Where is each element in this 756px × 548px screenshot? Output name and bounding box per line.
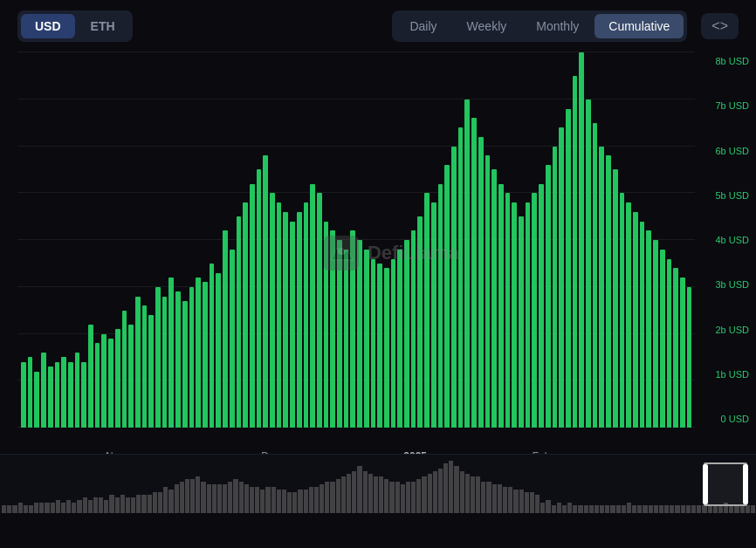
chart-bar[interactable] (101, 334, 107, 428)
chart-bar[interactable] (182, 301, 188, 428)
chart-bar[interactable] (438, 184, 443, 428)
range-handle-right[interactable] (743, 464, 748, 504)
chart-bar[interactable] (559, 127, 564, 428)
chart-bar[interactable] (673, 268, 678, 428)
chart-bar[interactable] (108, 339, 113, 428)
chart-bar[interactable] (297, 212, 302, 428)
chart-bar[interactable] (263, 155, 268, 428)
chart-bar[interactable] (277, 202, 282, 428)
chart-bar[interactable] (498, 184, 504, 428)
expand-button[interactable]: <> (701, 13, 739, 39)
chart-bar[interactable] (384, 268, 389, 428)
chart-bar[interactable] (451, 147, 457, 428)
chart-bar[interactable] (573, 76, 578, 428)
chart-bar[interactable] (61, 357, 66, 428)
chart-bar[interactable] (324, 222, 329, 428)
chart-bar[interactable] (613, 169, 618, 428)
chart-bar[interactable] (122, 311, 127, 428)
chart-bar[interactable] (350, 230, 355, 428)
chart-bar[interactable] (667, 259, 672, 428)
chart-bar[interactable] (526, 202, 531, 428)
chart-bar[interactable] (304, 202, 309, 428)
chart-bar[interactable] (586, 99, 591, 428)
chart-bar[interactable] (646, 230, 651, 428)
chart-bar[interactable] (81, 362, 86, 428)
range-selector[interactable] (704, 462, 747, 506)
chart-bar[interactable] (377, 264, 382, 428)
chart-bar[interactable] (95, 343, 100, 428)
range-handle-left[interactable] (703, 464, 708, 504)
chart-bar[interactable] (566, 109, 571, 428)
chart-bar[interactable] (546, 165, 551, 428)
chart-bar[interactable] (364, 250, 369, 428)
chart-bar[interactable] (337, 240, 342, 428)
chart-bar[interactable] (687, 287, 692, 428)
chart-bar[interactable] (391, 259, 396, 428)
chart-bar[interactable] (633, 212, 638, 428)
chart-bar[interactable] (424, 193, 430, 428)
chart-bar[interactable] (270, 193, 275, 428)
monthly-button[interactable]: Monthly (522, 14, 593, 38)
chart-bar[interactable] (593, 123, 598, 428)
chart-bar[interactable] (68, 362, 73, 428)
chart-bar[interactable] (189, 287, 195, 428)
chart-bar[interactable] (444, 165, 450, 428)
chart-bar[interactable] (28, 357, 33, 428)
chart-bar[interactable] (317, 193, 322, 428)
chart-bar[interactable] (640, 222, 645, 428)
chart-bar[interactable] (230, 250, 235, 428)
chart-bar[interactable] (237, 216, 242, 428)
chart-bar[interactable] (431, 202, 436, 428)
chart-bar[interactable] (283, 212, 288, 428)
chart-bar[interactable] (458, 127, 464, 428)
chart-bar[interactable] (491, 169, 497, 428)
chart-bar[interactable] (290, 222, 295, 428)
chart-bar[interactable] (626, 202, 631, 428)
chart-bar[interactable] (680, 277, 685, 428)
chart-bar[interactable] (203, 282, 208, 428)
chart-bar[interactable] (660, 250, 665, 428)
chart-bar[interactable] (48, 366, 53, 428)
eth-button[interactable]: ETH (77, 14, 129, 38)
chart-bar[interactable] (21, 362, 26, 428)
chart-bar[interactable] (257, 169, 262, 428)
chart-bar[interactable] (41, 353, 46, 428)
chart-bar[interactable] (371, 259, 376, 428)
chart-bar[interactable] (168, 277, 174, 428)
chart-bar[interactable] (34, 372, 39, 428)
chart-bar[interactable] (135, 297, 141, 428)
chart-bar[interactable] (223, 230, 228, 428)
chart-bar[interactable] (330, 230, 335, 428)
chart-bar[interactable] (653, 240, 658, 428)
chart-bar[interactable] (210, 264, 215, 428)
chart-bar[interactable] (88, 325, 93, 428)
chart-bar[interactable] (162, 297, 168, 428)
chart-bar[interactable] (404, 240, 409, 428)
chart-bar[interactable] (519, 216, 524, 428)
chart-bar[interactable] (579, 52, 584, 428)
chart-bar[interactable] (243, 202, 248, 428)
chart-bar[interactable] (512, 202, 517, 428)
chart-bar[interactable] (464, 99, 470, 428)
chart-bar[interactable] (485, 155, 491, 428)
chart-bar[interactable] (553, 147, 558, 428)
chart-bar[interactable] (357, 240, 362, 428)
chart-bar[interactable] (155, 287, 161, 428)
chart-bar[interactable] (310, 184, 315, 428)
chart-bar[interactable] (606, 155, 611, 428)
chart-bar[interactable] (411, 230, 416, 428)
chart-bar[interactable] (532, 193, 537, 428)
usd-button[interactable]: USD (21, 14, 75, 38)
chart-bar[interactable] (417, 216, 423, 428)
chart-bar[interactable] (142, 305, 148, 428)
chart-bar[interactable] (55, 362, 60, 428)
chart-bar[interactable] (471, 118, 477, 428)
chart-bar[interactable] (539, 184, 544, 428)
daily-button[interactable]: Daily (395, 14, 450, 38)
chart-bar[interactable] (344, 250, 349, 428)
chart-bar[interactable] (216, 273, 221, 428)
chart-bar[interactable] (599, 147, 604, 428)
cumulative-button[interactable]: Cumulative (594, 14, 684, 38)
weekly-button[interactable]: Weekly (453, 14, 521, 38)
chart-bar[interactable] (397, 250, 402, 428)
